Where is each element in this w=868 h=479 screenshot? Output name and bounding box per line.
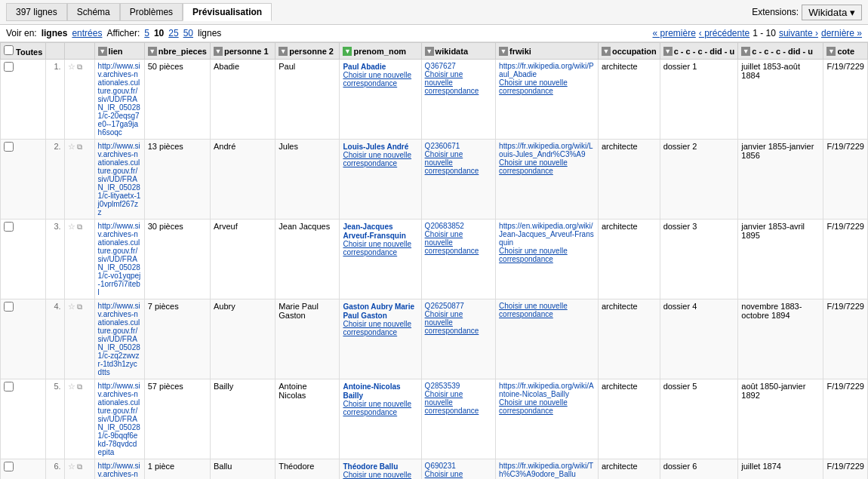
afficher-label: Afficher: <box>106 28 140 38</box>
filter-wikidata-icon[interactable]: ▼ <box>425 47 434 56</box>
wikidata-link[interactable]: Q2360671 <box>425 142 460 150</box>
copy-icon[interactable]: ⧉ <box>77 302 82 312</box>
star-icon[interactable]: ☆ <box>68 462 75 471</box>
frwiki-new-corr[interactable]: Choisir une nouvelle correspondance <box>499 398 595 415</box>
cell-occupation: architecte <box>598 299 660 379</box>
count-50[interactable]: 50 <box>183 28 193 38</box>
cell-col13: janvier 1853-avril 1895 <box>738 220 823 299</box>
wikidata-new-corr[interactable]: Choisir une nouvelle correspondance <box>425 470 492 479</box>
copy-icon[interactable]: ⧉ <box>77 223 82 232</box>
wikidata-new-corr[interactable]: Choisir une nouvelle correspondance <box>425 150 492 175</box>
th-p1-label: personne 1 <box>224 47 269 56</box>
new-corr[interactable]: Choisir une nouvelle correspondance <box>343 400 417 416</box>
wikidata-new-corr[interactable]: Choisir une nouvelle correspondance <box>425 310 492 335</box>
row-checkbox[interactable] <box>4 382 14 391</box>
filter-cote-icon[interactable]: ▼ <box>826 47 836 56</box>
tab-problemes[interactable]: Problèmes <box>120 3 183 21</box>
frwiki-new-corr[interactable]: Choisir une nouvelle correspondance <box>499 158 595 175</box>
th-col12-label: c - c - c - did - u <box>674 47 735 56</box>
copy-icon[interactable]: ⧉ <box>77 462 82 471</box>
frwiki-link[interactable]: https://fr.wikipedia.org/wiki/Th%C3%A9od… <box>499 462 593 478</box>
count-5[interactable]: 5 <box>144 28 149 38</box>
prenom-link[interactable]: Gaston Aubry Marie Paul Gaston <box>343 302 414 320</box>
row-checkbox[interactable] <box>4 302 14 312</box>
frwiki-link[interactable]: https://fr.wikipedia.org/wiki/Louis-Jule… <box>499 142 593 158</box>
wikidata-new-corr[interactable]: Choisir une nouvelle correspondance <box>425 230 492 255</box>
tab-previsualisation[interactable]: Prévisualisation <box>183 3 272 21</box>
controls-bar: Voir en: lignes entrées Afficher: 5 10 2… <box>0 25 868 42</box>
wikidata-link[interactable]: Q2853539 <box>425 382 460 390</box>
pagination-next[interactable]: suivante › <box>779 28 818 38</box>
wikidata-link[interactable]: Q367627 <box>425 62 456 70</box>
row-num: 3. <box>46 220 64 299</box>
frwiki-link[interactable]: https://fr.wikipedia.org/wiki/Paul_Abadi… <box>499 62 594 78</box>
lien-link[interactable]: http://www.siv.archives-nationales.cultu… <box>98 62 141 137</box>
filter-p1-icon[interactable]: ▼ <box>214 47 223 56</box>
filter-p2-icon[interactable]: ▼ <box>279 47 288 56</box>
row-checkbox[interactable] <box>4 222 14 232</box>
cell-prenom-nom: Gaston Aubry Marie Paul GastonChoisir un… <box>340 299 421 379</box>
copy-icon[interactable]: ⧉ <box>77 63 82 72</box>
prenom-link[interactable]: Louis-Jules André <box>343 143 408 151</box>
filter-prenom-icon[interactable]: ▼ <box>343 47 352 56</box>
row-checkbox[interactable] <box>4 142 14 152</box>
wikidata-link[interactable]: Q26250877 <box>425 302 464 310</box>
frwiki-new-corr[interactable]: Choisir une nouvelle correspondance <box>499 302 595 318</box>
pagination-last[interactable]: dernière » <box>821 28 862 38</box>
copy-icon[interactable]: ⧉ <box>77 382 82 391</box>
select-all-checkbox[interactable] <box>4 45 14 55</box>
tab-schema[interactable]: Schéma <box>67 3 120 21</box>
lien-link[interactable]: http://www.siv.archives-nationales.cultu… <box>98 142 141 216</box>
count-25[interactable]: 25 <box>168 28 178 38</box>
new-corr[interactable]: Choisir une nouvelle correspondance <box>343 151 417 167</box>
filter-frwiki-icon[interactable]: ▼ <box>499 47 508 56</box>
filter-col12-icon[interactable]: ▼ <box>663 47 673 56</box>
lien-link[interactable]: http://www.siv.archives-nationales.cultu… <box>98 222 141 296</box>
filter-occ-icon[interactable]: ▼ <box>602 47 611 56</box>
filter-col13-icon[interactable]: ▼ <box>741 47 750 56</box>
count-10[interactable]: 10 <box>154 28 164 38</box>
filter-lien-icon[interactable]: ▼ <box>98 47 107 56</box>
frwiki-new-corr[interactable]: Choisir une nouvelle correspondance <box>499 247 595 263</box>
new-corr[interactable]: Choisir une nouvelle correspondance <box>343 71 417 88</box>
row-checkbox[interactable] <box>4 462 14 471</box>
prenom-link[interactable]: Paul Abadie <box>343 63 386 71</box>
new-corr[interactable]: Choisir une nouvelle correspondance <box>343 471 417 479</box>
th-occ-label: occupation <box>612 47 657 56</box>
new-corr[interactable]: Choisir une nouvelle correspondance <box>343 240 417 256</box>
star-icon[interactable]: ☆ <box>68 142 75 152</box>
star-icon[interactable]: ☆ <box>68 222 75 232</box>
star-icon[interactable]: ☆ <box>68 62 75 72</box>
extensions-area: Extensions: Wikidata ▾ <box>752 5 862 20</box>
lien-link[interactable]: http://www.siv.archives-nationales.cultu… <box>98 462 141 479</box>
wikidata-link[interactable]: Q690231 <box>425 462 456 470</box>
wikidata-link[interactable]: Q20683852 <box>425 222 464 230</box>
cell-col13: août 1850-janvier 1892 <box>738 379 823 459</box>
frwiki-link[interactable]: https://en.wikipedia.org/wiki/Jean-Jacqu… <box>499 222 594 247</box>
filter-nbre-icon[interactable]: ▼ <box>148 47 157 56</box>
view-lignes[interactable]: lignes <box>42 28 68 38</box>
pagination-prev[interactable]: ‹ précédente <box>699 28 749 38</box>
row-checkbox[interactable] <box>4 62 14 72</box>
prenom-link[interactable]: Théodore Ballu <box>343 462 398 471</box>
pagination-first[interactable]: « première <box>652 28 695 38</box>
star-icon[interactable]: ☆ <box>68 302 75 312</box>
cell-cote: F/19/7229 <box>823 379 868 459</box>
frwiki-new-corr[interactable]: Choisir une nouvelle correspondance <box>499 78 595 95</box>
lien-link[interactable]: http://www.siv.archives-nationales.cultu… <box>98 302 141 376</box>
view-entrees[interactable]: entrées <box>72 28 102 38</box>
prenom-link[interactable]: Jean-Jacques Arveuf-Fransquin <box>343 223 405 240</box>
frwiki-link[interactable]: https://fr.wikipedia.org/wiki/Antoine-Ni… <box>499 382 594 398</box>
lignes-suffix: lignes <box>198 28 221 38</box>
extensions-button[interactable]: Wikidata ▾ <box>802 5 862 20</box>
copy-icon[interactable]: ⧉ <box>77 143 82 152</box>
cell-col13: janvier 1855-janvier 1856 <box>738 140 823 220</box>
lien-link[interactable]: http://www.siv.archives-nationales.cultu… <box>98 382 141 456</box>
tab-lignes[interactable]: 397 lignes <box>6 3 67 21</box>
star-icon[interactable]: ☆ <box>68 382 75 391</box>
wikidata-new-corr[interactable]: Choisir une nouvelle correspondance <box>425 390 492 415</box>
new-corr[interactable]: Choisir une nouvelle correspondance <box>343 320 417 336</box>
wikidata-new-corr[interactable]: Choisir une nouvelle correspondance <box>425 70 492 95</box>
cell-personne1: Bailly <box>210 379 275 459</box>
prenom-link[interactable]: Antoine-Nicolas Bailly <box>343 382 400 400</box>
